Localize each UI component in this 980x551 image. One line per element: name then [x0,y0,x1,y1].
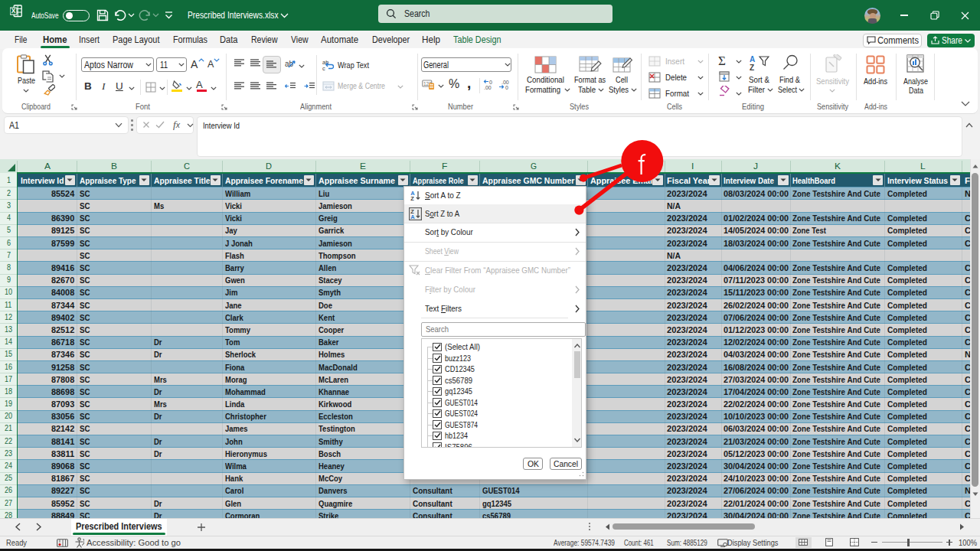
svg-text:0: 0 [505,85,508,90]
svg-text:X: X [11,7,16,15]
svg-text:c: c [322,65,325,71]
svg-text:Z: Z [750,64,754,72]
svg-text:Z: Z [410,195,414,202]
svg-text:.00: .00 [484,85,492,90]
svg-text:.00: .00 [501,80,509,85]
svg-text:A: A [750,55,755,64]
svg-text:A: A [410,214,415,220]
svg-text:0: 0 [489,80,492,85]
